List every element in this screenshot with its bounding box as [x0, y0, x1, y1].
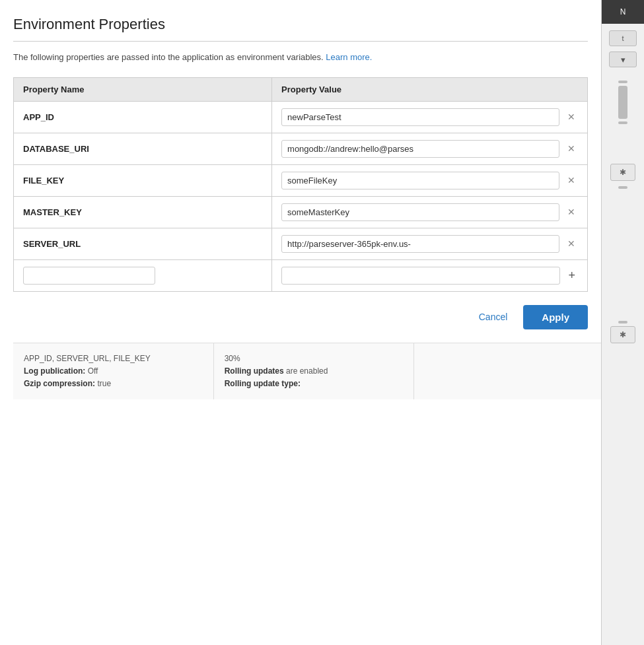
remove-btn-0[interactable]: ✕ — [565, 111, 578, 123]
new-value-wrapper: + — [281, 267, 578, 285]
table-row: FILE_KEY ✕ — [14, 164, 588, 196]
bottom-log-pub: Log publication: Off — [24, 365, 203, 378]
environment-table: Property Name Property Value APP_ID ✕ DA… — [13, 77, 588, 292]
value-wrapper-0: ✕ — [281, 108, 578, 126]
learn-more-link[interactable]: Learn more. — [326, 52, 372, 62]
bottom-col-3 — [414, 343, 614, 400]
bottom-env-vars: APP_ID, SERVER_URL, FILE_KEY — [24, 353, 203, 365]
table-row: SERVER_URL ✕ — [14, 228, 588, 259]
value-wrapper-3: ✕ — [281, 203, 578, 221]
new-value-input[interactable] — [281, 267, 560, 285]
add-property-button[interactable]: + — [565, 268, 578, 283]
table-row: MASTER_KEY ✕ — [14, 196, 588, 228]
value-input-2[interactable] — [281, 172, 559, 189]
environment-properties-panel: Environment Properties The following pro… — [0, 0, 601, 502]
remove-btn-2[interactable]: ✕ — [565, 174, 578, 186]
scroll-track-bottom — [618, 121, 627, 124]
title-divider — [13, 41, 588, 42]
prop-name-cell-1: DATABASE_URI — [14, 133, 272, 164]
bottom-percent: 30% — [225, 353, 404, 365]
chrome-button-1[interactable]: t — [609, 30, 637, 46]
chrome-dropdown-button[interactable]: ▾ — [609, 51, 637, 67]
prop-name-cell-0: APP_ID — [14, 101, 272, 133]
scroll-mid-bottom — [618, 321, 627, 323]
value-input-1[interactable] — [281, 140, 559, 158]
value-wrapper-4: ✕ — [281, 235, 578, 253]
remove-btn-1[interactable]: ✕ — [565, 143, 578, 154]
new-row: + — [14, 259, 588, 291]
chrome-icon-btn-2[interactable]: ✱ — [610, 326, 635, 343]
action-footer: Cancel Apply — [13, 292, 588, 343]
prop-value-cell-3: ✕ — [272, 196, 588, 228]
chrome-icon-btn-1[interactable]: ✱ — [610, 164, 635, 181]
bottom-info-bar: APP_ID, SERVER_URL, FILE_KEY Log publica… — [13, 343, 614, 400]
bottom-gzip: Gzip compression: true — [24, 378, 203, 390]
scroll-mid-top — [618, 186, 627, 189]
scroll-track-top — [618, 81, 627, 83]
value-input-0[interactable] — [281, 108, 559, 126]
bottom-update-type: Rolling update type: — [225, 378, 404, 390]
prop-name-cell-3: MASTER_KEY — [14, 196, 272, 228]
new-name-cell — [14, 259, 272, 291]
prop-value-cell-4: ✕ — [272, 228, 588, 259]
env-table-body: APP_ID ✕ DATABASE_URI ✕ FILE_KEY ✕ — [14, 101, 588, 291]
prop-name-cell-2: FILE_KEY — [14, 164, 272, 196]
prop-value-cell-2: ✕ — [272, 164, 588, 196]
prop-name-cell-4: SERVER_URL — [14, 228, 272, 259]
bottom-rolling: Rolling updates are enabled — [225, 365, 404, 378]
table-header-row: Property Name Property Value — [14, 77, 588, 101]
cancel-button[interactable]: Cancel — [471, 306, 516, 327]
table-row: DATABASE_URI ✕ — [14, 133, 588, 164]
remove-btn-3[interactable]: ✕ — [565, 206, 578, 218]
prop-value-cell-1: ✕ — [272, 133, 588, 164]
table-row: APP_ID ✕ — [14, 101, 588, 133]
new-value-cell: + — [272, 259, 588, 291]
prop-value-cell-0: ✕ — [272, 101, 588, 133]
right-chrome: N t ▾ ✱ ✱ — [601, 0, 644, 645]
new-name-input[interactable] — [23, 267, 155, 285]
remove-btn-4[interactable]: ✕ — [565, 238, 578, 250]
value-input-3[interactable] — [281, 203, 559, 221]
value-wrapper-2: ✕ — [281, 172, 578, 189]
col-value-header: Property Value — [272, 77, 588, 101]
description-text: The following properties are passed into… — [13, 51, 588, 64]
bottom-col-1: APP_ID, SERVER_URL, FILE_KEY Log publica… — [13, 343, 214, 400]
apply-button[interactable]: Apply — [523, 305, 588, 329]
bottom-col-2: 30% Rolling updates are enabled Rolling … — [214, 343, 415, 400]
page-title: Environment Properties — [13, 16, 588, 33]
value-wrapper-1: ✕ — [281, 140, 578, 158]
scroll-thumb[interactable] — [618, 86, 627, 119]
col-name-header: Property Name — [14, 77, 272, 101]
chrome-top-bar: N — [602, 0, 644, 24]
value-input-4[interactable] — [281, 235, 559, 253]
